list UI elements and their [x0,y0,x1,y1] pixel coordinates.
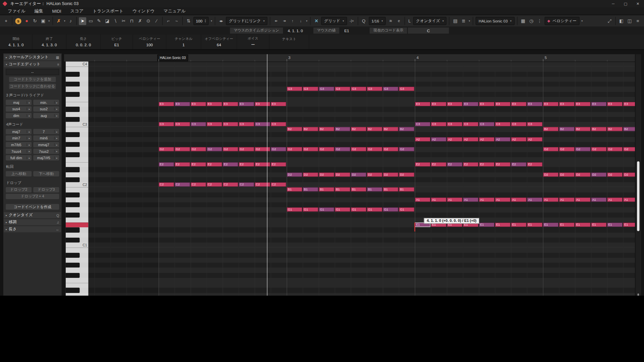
piano-key-A#1[interactable] [66,192,88,197]
midi-note-B2[interactable]: B2 [303,127,318,131]
midi-note-E1[interactable]: E1 [559,223,575,227]
midi-note-E3[interactable]: E3 [575,102,591,106]
midi-note-G2[interactable]: G2 [383,147,398,152]
info-value-6[interactable]: 64 [217,43,221,47]
triad-button-2-0[interactable]: dim▸ [6,113,32,118]
midi-note-A1[interactable]: A1 [511,197,527,202]
midi-note-C2[interactable]: C2 [159,182,174,187]
nudge-start-right-icon[interactable]: ↠ [281,17,288,25]
midi-note-G3[interactable]: G3 [303,87,318,91]
setup-pin-icon[interactable]: ⌖ [2,17,10,25]
midi-note-C3[interactable]: C3 [159,122,174,126]
midi-note-B1[interactable]: B1 [351,187,367,192]
step-input-icon[interactable]: ◂▸ [217,17,225,25]
midi-note-E2[interactable]: E2 [463,162,479,167]
midi-note-C3[interactable]: C3 [463,122,479,126]
piano-key-C#3[interactable] [66,117,88,122]
create-chord-event-button[interactable]: コードイベントを作成 [6,204,59,210]
left-zone-icon[interactable]: ◧ [618,17,625,25]
info-value-1[interactable]: 4. 1. 3. 0 [42,43,57,47]
midi-note-E2[interactable]: E2 [174,162,190,167]
midi-note-B2[interactable]: B2 [399,127,415,131]
midi-note-E3[interactable]: E3 [543,102,559,106]
grid-link-select[interactable]: グリッドにリンク▾ [226,17,268,25]
midi-note-C3[interactable]: C3 [207,122,222,126]
velocity-lane-select[interactable]: ◆ベロシティー [544,17,579,25]
midi-note-E3[interactable]: E3 [207,102,222,106]
piano-key-D#1[interactable] [66,228,88,233]
triad-button-0-1[interactable]: min.▸ [33,100,59,105]
midi-note-A1[interactable]: A1 [623,197,635,202]
toolbar-setup-icon[interactable]: ≡ [634,17,642,25]
midi-note-E3[interactable]: E3 [559,102,575,106]
sidebar-bottom-section-header-1[interactable]: ▸移調♫ [4,219,61,225]
midi-note-A1[interactable]: A1 [431,197,446,202]
midi-note-G1[interactable]: G1 [351,207,367,212]
midi-note-E3[interactable]: E3 [511,102,527,106]
quantize-edit-icon[interactable]: e [395,17,402,25]
curve-icon[interactable]: ~ [173,17,180,25]
midi-note-A1[interactable]: A1 [415,197,431,202]
midi-note-C2[interactable]: C2 [223,182,238,187]
midi-note-D2[interactable]: D2 [399,172,415,177]
midi-note-A2[interactable]: A2 [447,137,463,141]
sidebar-section-header-0[interactable]: ▸スケールアシスタント▦ [4,54,61,60]
midi-note-E1[interactable]: E1 [527,223,543,227]
editor-zone-icon[interactable]: ◫ [626,17,633,25]
midi-note-B2[interactable]: B2 [383,127,398,131]
midi-note-B1[interactable]: B1 [383,187,398,192]
midi-note-C2[interactable]: C2 [255,182,270,187]
tetrad-button-2-0[interactable]: m7/b5▸ [6,142,32,147]
midi-note-E2[interactable]: E2 [495,162,511,167]
midi-note-C2[interactable]: C2 [271,182,286,187]
velocity-updown-icon[interactable]: ⇅ [185,17,192,25]
midi-note-E1[interactable]: E1 [623,223,635,227]
midi-note-G3[interactable]: G3 [399,87,415,91]
midi-note-B1[interactable]: B1 [335,187,351,192]
piano-key-D#3[interactable] [66,107,88,112]
info-value-2[interactable]: 0. 0. 2. 0 [76,43,91,47]
midi-note-E3[interactable]: E3 [463,102,479,106]
midi-note-A1[interactable]: A1 [463,197,479,202]
piano-key-G0[interactable] [66,268,88,273]
midi-note-G3[interactable]: G3 [367,87,382,91]
midi-note-C3[interactable]: C3 [223,122,238,126]
midi-note-C3[interactable]: C3 [415,122,431,126]
midi-note-A2[interactable]: A2 [527,137,543,141]
menu-item-3[interactable]: スコア [66,8,88,14]
midi-note-D2[interactable]: D2 [287,172,303,177]
piano-key-G1[interactable] [66,207,88,213]
trim-tool-icon[interactable]: ∖ [112,17,119,25]
midi-note-A1[interactable]: A1 [495,197,511,202]
midi-note-B2[interactable]: B2 [623,127,635,131]
midi-note-G2[interactable]: G2 [223,147,238,152]
midi-note-C3[interactable]: C3 [447,122,463,126]
midi-note-G2[interactable]: G2 [207,147,222,152]
midi-note-E3[interactable]: E3 [431,102,446,106]
tetrad-button-3-0[interactable]: 7sus4▸ [6,148,32,154]
midi-note-E2[interactable]: E2 [255,162,270,167]
triad-button-0-0[interactable]: maj▸ [6,100,32,105]
midi-note-D2[interactable]: D2 [607,172,623,177]
piano-key-F1[interactable] [66,218,88,223]
record-in-editor-icon[interactable]: ● [23,17,31,25]
menu-item-1[interactable]: 編集 [30,8,48,14]
close-button[interactable]: ✕ [632,0,644,7]
move-down-icon[interactable]: ↓ [297,17,305,25]
midi-note-G2[interactable]: G2 [287,147,303,152]
time-format-icon[interactable]: ◷ [528,17,535,25]
midi-note-E3[interactable]: E3 [255,102,270,106]
midi-note-D2[interactable]: D2 [335,172,351,177]
piano-key-D0[interactable] [66,293,88,296]
midi-note-E3[interactable]: E3 [238,102,254,106]
midi-note-D2[interactable]: D2 [303,172,318,177]
midi-note-C3[interactable]: C3 [174,122,190,126]
piano-key-A1[interactable] [66,197,88,202]
piano-key-A#2[interactable] [66,132,88,137]
part-name-tab[interactable]: HALion Sonic 03 [157,55,188,61]
piano-key-C#2[interactable] [66,177,88,182]
swing-icon[interactable]: ≋ [387,17,394,25]
chevron-down-icon[interactable]: ▾ [580,17,584,25]
midi-note-G2[interactable]: G2 [303,147,318,152]
midi-note-A1[interactable]: A1 [575,197,591,202]
